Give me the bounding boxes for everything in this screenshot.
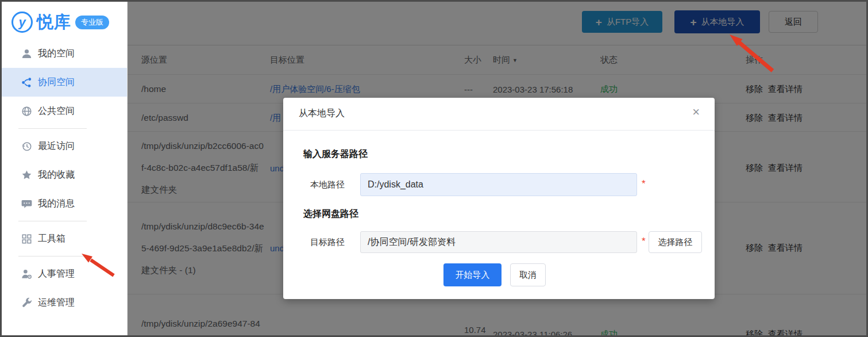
brand-y-icon: y	[11, 12, 33, 33]
sidebar-item-ops-management[interactable]: 运维管理	[0, 288, 127, 317]
wrench-icon	[21, 297, 32, 308]
sidebar-item-my-space[interactable]: 我的空间	[0, 39, 127, 68]
target-path-input[interactable]	[360, 231, 637, 253]
user-gear-icon	[21, 268, 32, 279]
section-disk-path: 选择网盘路径	[303, 208, 358, 220]
grid-icon	[21, 233, 32, 244]
choose-path-button[interactable]: 选择路径	[649, 231, 702, 253]
dialog-title: 从本地导入	[299, 108, 345, 120]
sidebar-item-label: 人事管理	[38, 268, 75, 280]
globe-icon	[21, 105, 32, 117]
target-path-label: 目标路径	[310, 237, 345, 248]
sidebar-item-label: 运维管理	[38, 297, 75, 309]
edition-badge: 专业版	[75, 16, 109, 29]
share-icon	[21, 76, 32, 88]
required-mark: *	[642, 178, 646, 190]
app-window: y 悦库 专业版 我的空间 协同空间 公共空间	[0, 0, 868, 337]
user-icon	[21, 48, 32, 59]
local-path-input[interactable]	[360, 173, 637, 196]
app-logo: y 悦库 专业版	[0, 0, 127, 36]
sidebar-divider	[18, 128, 87, 129]
sidebar-item-messages[interactable]: 我的消息	[0, 189, 127, 218]
close-icon[interactable]: ×	[692, 106, 700, 118]
sidebar-item-label: 我的空间	[38, 48, 75, 60]
sidebar: y 悦库 专业版 我的空间 协同空间 公共空间	[0, 0, 128, 337]
sidebar-item-toolbox[interactable]: 工具箱	[0, 224, 127, 253]
sidebar-divider	[18, 256, 87, 256]
section-server-path: 输入服务器路径	[303, 148, 368, 160]
sidebar-item-label: 协同空间	[38, 76, 75, 89]
sidebar-item-label: 最近访问	[38, 140, 75, 152]
sidebar-item-label: 工具箱	[38, 233, 65, 245]
sidebar-item-collab-space[interactable]: 协同空间	[0, 68, 127, 97]
sidebar-item-public-space[interactable]: 公共空间	[0, 97, 127, 125]
local-path-label: 本地路径	[310, 179, 345, 190]
history-icon	[21, 140, 32, 152]
star-icon	[21, 169, 32, 181]
local-import-dialog: 从本地导入 × 输入服务器路径 本地路径 * 选择网盘路径 目标路径 * 选择路…	[283, 98, 715, 299]
dialog-header: 从本地导入 ×	[283, 98, 715, 131]
message-icon	[21, 198, 32, 209]
start-import-button[interactable]: 开始导入	[443, 263, 501, 286]
required-mark: *	[642, 236, 646, 247]
sidebar-divider	[18, 221, 87, 221]
brand-name: 悦库	[37, 11, 71, 34]
sidebar-item-label: 公共空间	[38, 105, 75, 117]
cancel-button[interactable]: 取消	[510, 263, 546, 286]
sidebar-item-label: 我的消息	[38, 198, 75, 210]
sidebar-item-favorites[interactable]: 我的收藏	[0, 160, 127, 189]
sidebar-item-hr-management[interactable]: 人事管理	[0, 259, 127, 288]
sidebar-item-recent[interactable]: 最近访问	[0, 132, 127, 160]
sidebar-item-label: 我的收藏	[38, 169, 75, 181]
